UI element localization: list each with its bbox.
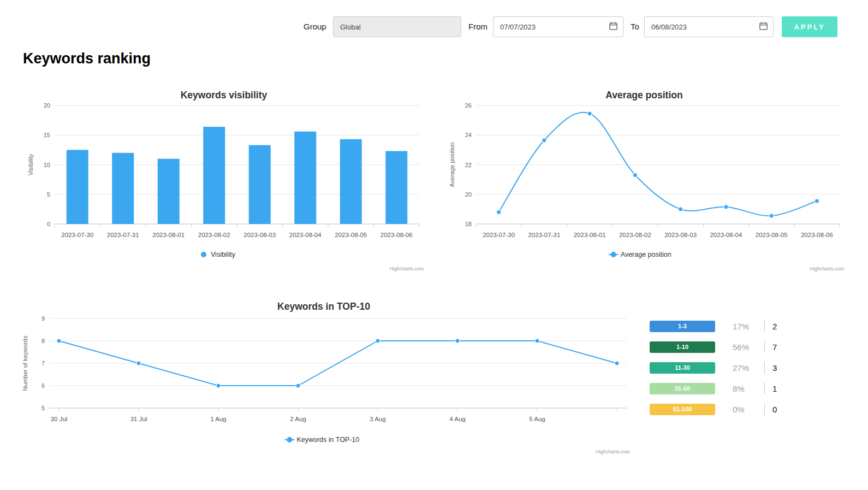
x-tick-label: 5 Aug (529, 416, 545, 422)
apply-button[interactable]: APPLY (782, 16, 837, 37)
keywords-top10-chart: Keywords in TOP-1056789Number of keyword… (15, 292, 632, 456)
ranking-count: 0 (772, 405, 777, 414)
ranking-row: 51-1000%0 (650, 403, 777, 415)
legend-item[interactable]: Visibility (201, 251, 236, 258)
group-label: Group (304, 16, 326, 37)
bar[interactable] (112, 153, 134, 224)
ranking-range-badge: 51-100 (650, 404, 715, 415)
y-axis-title: Average position (449, 143, 455, 187)
x-tick-label: 2023-08-05 (756, 232, 788, 238)
data-point-marker[interactable] (136, 361, 141, 365)
ranking-row: 31-508%1 (650, 382, 777, 394)
x-tick-label: 4 Aug (449, 416, 465, 422)
y-tick-label: 20 (465, 191, 472, 198)
data-point-marker[interactable] (769, 214, 774, 218)
from-date-input[interactable]: 07/07/2023 (493, 16, 623, 37)
bar[interactable] (203, 127, 225, 224)
calendar-icon[interactable] (759, 22, 768, 32)
data-point-marker[interactable] (376, 339, 380, 343)
data-point-marker[interactable] (724, 205, 728, 209)
chart-title: Average position (605, 90, 682, 101)
divider (764, 362, 765, 374)
y-tick-label: 0 (47, 221, 50, 227)
bar[interactable] (294, 132, 316, 224)
data-point-marker[interactable] (57, 339, 61, 343)
bar[interactable] (340, 139, 362, 224)
ranking-percent: 8% (733, 384, 761, 393)
page-title: Keywords ranking (23, 50, 151, 67)
data-point-marker[interactable] (633, 173, 637, 177)
keywords-visibility-svg: Keywords visibility05101520Visibility202… (22, 81, 426, 273)
ranking-row: 1-1056%7 (650, 341, 777, 353)
ranking-count: 3 (772, 363, 777, 373)
x-tick-label: 2023-07-30 (61, 232, 93, 238)
highcharts-credit[interactable]: Highcharts.com (596, 449, 630, 454)
highcharts-credit[interactable]: Highcharts.com (389, 266, 424, 271)
x-tick-label: 2023-08-01 (574, 232, 606, 238)
x-tick-label: 2023-08-01 (152, 232, 185, 238)
y-tick-label: 24 (465, 132, 472, 138)
y-tick-label: 18 (465, 221, 472, 227)
x-tick-label: 3 Aug (370, 416, 385, 422)
x-tick-label: 2023-08-04 (289, 232, 322, 238)
calendar-icon[interactable] (609, 22, 617, 32)
to-date-value: 06/08/2023 (651, 23, 687, 31)
data-point-marker[interactable] (679, 207, 683, 211)
highcharts-credit[interactable]: Highcharts.com (810, 266, 844, 271)
average-position-svg: Average position1820222426Average positi… (442, 81, 846, 273)
y-axis-title: Number of keywords (22, 335, 28, 391)
data-point-marker[interactable] (542, 138, 546, 143)
x-tick-label: 2023-08-03 (243, 232, 276, 238)
x-tick-label: 2023-08-06 (381, 232, 413, 238)
group-select-value: Global (340, 23, 361, 31)
x-tick-label: 2023-08-06 (801, 232, 833, 238)
ranking-percent: 0% (733, 405, 761, 414)
x-tick-label: 2023-07-30 (483, 232, 515, 238)
bar[interactable] (158, 159, 180, 224)
to-date-input[interactable]: 06/08/2023 (644, 16, 774, 37)
legend-item[interactable]: Keywords in TOP-10 (284, 436, 359, 444)
y-tick-label: 15 (44, 132, 50, 138)
divider (764, 382, 765, 394)
ranking-count: 7 (772, 343, 777, 352)
x-tick-label: 2023-08-04 (710, 232, 742, 238)
y-tick-label: 5 (47, 191, 50, 198)
bar[interactable] (385, 151, 407, 224)
x-tick-label: 30 Jul (51, 416, 68, 422)
data-point-marker[interactable] (455, 339, 460, 343)
data-point-marker[interactable] (296, 383, 300, 388)
svg-text:Visibility: Visibility (211, 251, 236, 258)
x-tick-label: 2023-07-31 (107, 232, 139, 238)
data-point-marker[interactable] (815, 199, 819, 203)
from-date-value: 07/07/2023 (500, 23, 536, 31)
bar[interactable] (67, 150, 88, 224)
data-point-marker[interactable] (615, 361, 619, 365)
ranking-row: 1-317%2 (650, 320, 777, 332)
legend-item[interactable]: Average position (609, 251, 671, 258)
divider (764, 320, 765, 332)
data-point-marker[interactable] (216, 383, 221, 388)
bar[interactable] (249, 145, 271, 224)
data-point-marker[interactable] (587, 111, 592, 116)
ranking-percent: 56% (733, 343, 761, 352)
y-tick-label: 26 (465, 102, 472, 109)
ranking-range-badge: 31-50 (650, 383, 715, 394)
data-point-marker[interactable] (535, 339, 539, 343)
from-label: From (468, 16, 487, 37)
y-tick-label: 10 (44, 162, 50, 168)
y-tick-label: 5 (41, 405, 45, 411)
ranking-distribution-table: 1-317%21-1056%711-3027%331-508%151-1000%… (650, 320, 777, 424)
x-tick-label: 2023-08-03 (664, 232, 697, 238)
to-label: To (631, 16, 639, 37)
svg-text:Average position: Average position (621, 251, 671, 258)
y-tick-label: 22 (465, 162, 472, 168)
divider (764, 341, 765, 353)
data-point-marker[interactable] (497, 210, 501, 214)
ranking-range-badge: 1-3 (650, 321, 715, 332)
x-tick-label: 2 Aug (290, 416, 306, 422)
x-tick-label: 31 Jul (130, 416, 147, 422)
divider (764, 403, 765, 415)
group-select[interactable]: Global (333, 16, 461, 37)
y-tick-label: 9 (41, 315, 45, 322)
y-tick-label: 7 (41, 360, 45, 367)
